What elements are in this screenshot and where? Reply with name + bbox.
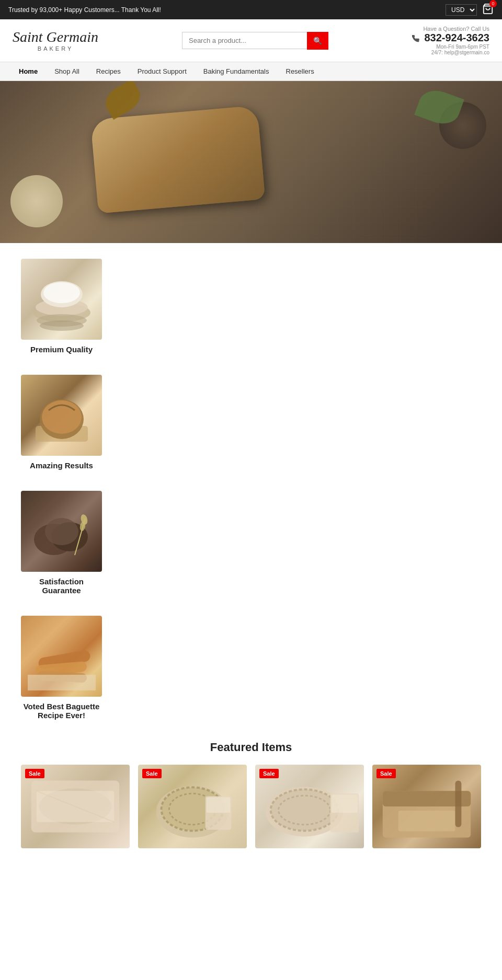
featured-grid: Sale Sale — [21, 765, 481, 848]
nav-item-shop-all[interactable]: Shop All — [46, 62, 88, 80]
nav-item-recipes[interactable]: Recipes — [88, 62, 129, 80]
phone-number: 832-924-3623 — [412, 32, 489, 44]
svg-rect-29 — [207, 797, 231, 813]
product-card-1[interactable]: Sale — [21, 765, 130, 848]
email-info: 24/7: help@stgermain.co — [412, 50, 489, 55]
feature-amazing-results: Amazing Results — [21, 375, 481, 470]
svg-rect-35 — [332, 794, 358, 813]
main-nav: Home Shop All Recipes Product Support Ba… — [0, 62, 502, 81]
nav-item-resellers[interactable]: Resellers — [278, 62, 323, 80]
feature-img-premium — [21, 259, 102, 340]
business-hours: Mon-Fri 9am-6pm PST — [412, 44, 489, 50]
search-input[interactable] — [182, 32, 307, 49]
main-content: Premium Quality Amazing Results — [0, 243, 502, 864]
feature-label-baguette: Voted Best Baguette Recipe Ever! — [21, 702, 102, 720]
product-card-3[interactable]: Sale — [255, 765, 364, 848]
feature-label-amazing: Amazing Results — [21, 461, 102, 470]
logo-text: Saint Germain — [13, 30, 98, 44]
search-form: 🔍 — [182, 32, 328, 50]
svg-rect-38 — [398, 811, 455, 832]
feature-baguette: Voted Best Baguette Recipe Ever! — [21, 616, 481, 720]
svg-point-12 — [45, 518, 78, 545]
svg-rect-0 — [71, 81, 431, 243]
cart-badge: 0 — [489, 0, 497, 7]
feature-label-premium: Premium Quality — [21, 345, 102, 354]
sale-badge-3: Sale — [259, 769, 279, 778]
feature-img-baguette — [21, 616, 102, 697]
search-button[interactable]: 🔍 — [307, 32, 328, 50]
logo-sub: BAKERY — [38, 45, 73, 52]
feature-satisfaction: Satisfaction Guarantee — [21, 491, 481, 595]
top-bar: Trusted by 93,000+ Happy Customers... Th… — [0, 0, 502, 19]
svg-rect-19 — [28, 675, 96, 690]
hero-banner — [0, 81, 502, 243]
sale-badge-4: Sale — [376, 769, 396, 778]
feature-premium-quality: Premium Quality — [21, 259, 481, 354]
svg-point-6 — [40, 320, 84, 331]
svg-point-4 — [43, 282, 80, 303]
featured-section: Featured Items Sale Sale — [21, 741, 481, 848]
sale-badge-2: Sale — [142, 769, 162, 778]
nav-item-baking-fundamentals[interactable]: Baking Fundamentals — [195, 62, 278, 80]
feature-label-satisfaction: Satisfaction Guarantee — [21, 577, 102, 595]
sale-badge-1: Sale — [25, 769, 44, 778]
feature-img-satisfaction — [21, 491, 102, 572]
featured-title: Featured Items — [21, 741, 481, 754]
svg-rect-39 — [455, 780, 461, 827]
product-card-4[interactable]: Sale — [372, 765, 481, 848]
feature-img-amazing — [21, 375, 102, 456]
cart-button[interactable]: 0 — [482, 3, 494, 16]
contact-info: Have a Question? Call Us 832-924-3623 Mo… — [412, 26, 489, 55]
nav-item-product-support[interactable]: Product Support — [129, 62, 195, 80]
header: Saint Germain BAKERY 🔍 Have a Question? … — [0, 19, 502, 62]
product-card-2[interactable]: Sale — [138, 765, 247, 848]
logo[interactable]: Saint Germain BAKERY — [13, 30, 98, 52]
top-bar-message: Trusted by 93,000+ Happy Customers... Th… — [8, 6, 446, 14]
nav-item-home[interactable]: Home — [10, 62, 46, 80]
top-bar-right: USD EUR GBP 0 — [446, 3, 494, 16]
contact-label: Have a Question? Call Us — [412, 26, 489, 32]
currency-select[interactable]: USD EUR GBP — [446, 4, 477, 16]
